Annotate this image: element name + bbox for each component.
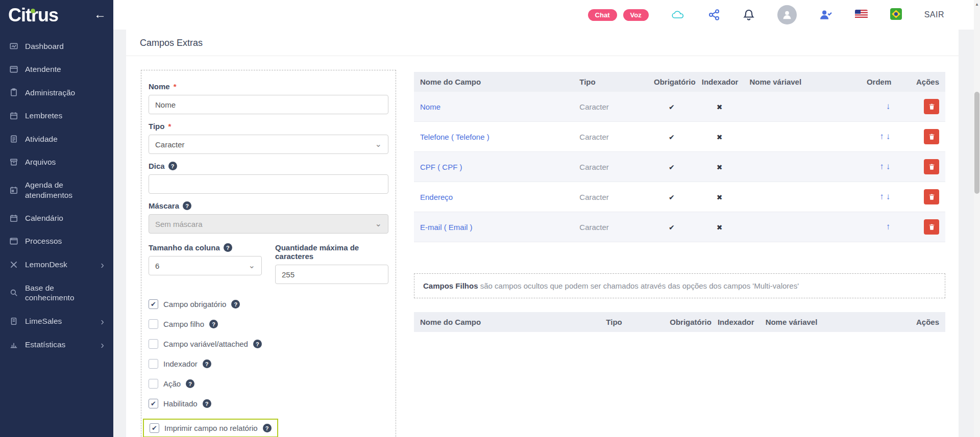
field-name-link[interactable]: Telefone ( Telefone ) [420,133,489,141]
operator-status-icon[interactable] [819,9,832,21]
reminder-calendar-icon [9,111,18,120]
sidebar-item-processos[interactable]: Processos [0,229,113,252]
quantidade-maxima-input[interactable] [275,265,388,284]
sidebar-item-arquivos[interactable]: Arquivos [0,150,113,173]
checkbox-section: Campo obrigatório ? Campo filho ? Campo … [149,299,388,437]
cross-icon: ✖ [717,133,723,141]
col-obrigatorio: Obrigatório [648,72,696,92]
help-icon[interactable]: ? [203,399,211,408]
checkbox[interactable] [149,319,158,329]
sales-card-icon [9,317,18,326]
sidebar-item-limesales[interactable]: LimeSales › [0,310,113,333]
help-icon[interactable]: ? [253,340,262,348]
table-row: Telefone ( Telefone ) Caracter ✔ ✖ ↑↓ [414,122,945,152]
logout-button[interactable]: SAIR [924,10,944,19]
help-icon[interactable]: ? [168,162,177,170]
checkbox-imprimir-relatorio[interactable]: Imprimir campo no relatório ? [150,423,272,433]
scrollbar-thumb[interactable] [974,92,979,194]
integrations-icon[interactable] [708,9,720,21]
tamanho-coluna-select[interactable]: 6 ⌄ [149,256,262,275]
checkbox-acao[interactable]: Ação ? [149,379,388,389]
delete-field-button[interactable] [924,159,939,174]
table-row: Endereço Caracter ✔ ✖ ↑↓ [414,182,945,212]
user-avatar[interactable] [777,5,797,24]
scrollbar[interactable]: ▲ [974,0,980,437]
help-icon[interactable]: ? [231,300,240,309]
notifications-bell-icon[interactable] [743,9,755,21]
col-nome-variavel: Nome váriavel [743,72,860,92]
nome-input[interactable] [149,95,388,114]
help-icon[interactable]: ? [183,201,191,210]
checkbox[interactable] [149,299,158,309]
tasks-icon [9,134,18,143]
scroll-up-arrow[interactable]: ▲ [974,0,980,7]
dica-input[interactable] [149,174,388,194]
collapse-sidebar-icon[interactable]: ← [94,8,106,20]
sidebar-item-calendario[interactable]: Calendário [0,207,113,229]
campos-filhos-note: Campos Filhos são campos ocultos que pod… [414,273,945,298]
delete-field-button[interactable] [924,129,939,144]
check-icon: ✔ [669,133,675,141]
move-down-button[interactable]: ↓ [885,101,892,112]
checkbox-campo-filho[interactable]: Campo filho ? [149,319,388,329]
move-up-button[interactable]: ↑ [878,192,885,202]
checkbox-campo-obrigatorio[interactable]: Campo obrigatório ? [149,299,388,309]
trash-icon [928,103,935,110]
required-asterisk: * [174,82,177,91]
cross-icon: ✖ [717,103,723,111]
col-tipo: Tipo [600,312,664,332]
search-icon [9,288,18,297]
delete-field-button[interactable] [924,219,939,235]
sidebar-item-atendente[interactable]: Atendente [0,58,113,81]
move-down-button[interactable]: ↓ [885,132,892,142]
tools-icon [9,260,18,269]
checkbox-campo-variavel[interactable]: Campo variável/attached ? [149,339,388,349]
chevron-right-icon: › [101,340,104,350]
checkbox[interactable] [149,379,158,389]
tipo-label: Tipo* [149,122,388,131]
delete-field-button[interactable] [924,189,939,204]
help-icon[interactable]: ? [224,243,232,252]
chat-badge[interactable]: Chat [588,9,617,21]
page-title: Campos Extras [126,30,959,56]
checkbox[interactable] [150,423,159,433]
us-flag-icon[interactable] [855,10,868,20]
checkbox-habilitado[interactable]: Habilitado ? [149,399,388,408]
sidebar-item-lembretes[interactable]: Lembretes [0,104,113,127]
sidebar-item-agenda-atendimentos[interactable]: Agenda de atendimentos [0,173,113,207]
delete-field-button[interactable] [924,99,939,114]
move-down-button[interactable]: ↓ [885,162,892,172]
sidebar-item-lemondesk[interactable]: LemonDesk › [0,253,113,276]
help-icon[interactable]: ? [186,379,194,388]
checkbox[interactable] [149,339,158,349]
table-row: CPF ( CPF ) Caracter ✔ ✖ ↑↓ [414,152,945,182]
help-icon[interactable]: ? [263,424,272,432]
field-name-link[interactable]: Endereço [420,193,453,201]
sidebar-item-dashboard[interactable]: Dashboard [0,35,113,58]
field-name-link[interactable]: CPF ( CPF ) [420,163,462,171]
move-up-button[interactable]: ↑ [878,132,885,142]
agenda-icon [9,186,18,195]
col-tipo: Tipo [573,72,648,92]
field-name-link[interactable]: Nome [420,102,440,111]
help-icon[interactable]: ? [209,320,218,328]
sidebar-item-estatisticas[interactable]: Estatísticas › [0,333,113,356]
help-icon[interactable]: ? [203,359,211,368]
top-header: Chat Voz SAIR [113,0,974,30]
sidebar-item-base-conhecimento[interactable]: Base de conhecimento [0,276,113,310]
brazil-flag-icon[interactable] [890,8,902,22]
checkbox[interactable] [149,359,158,369]
checkbox[interactable] [149,399,158,408]
checkbox-indexador[interactable]: Indexador ? [149,359,388,369]
tipo-select[interactable]: Caracter ⌄ [149,135,388,154]
mascara-select[interactable]: Sem máscara ⌄ [149,214,388,234]
move-down-button[interactable]: ↓ [885,192,892,202]
sidebar-item-atividade[interactable]: Atividade [0,127,113,150]
voz-badge[interactable]: Voz [623,9,649,21]
move-up-button[interactable]: ↑ [878,162,885,172]
sidebar-item-administracao[interactable]: Administração [0,81,113,104]
move-up-button[interactable]: ↑ [885,222,892,232]
cloud-icon[interactable] [671,9,685,20]
field-name-link[interactable]: E-mail ( Email ) [420,223,473,232]
app-logo[interactable]: Citrus [8,5,58,26]
